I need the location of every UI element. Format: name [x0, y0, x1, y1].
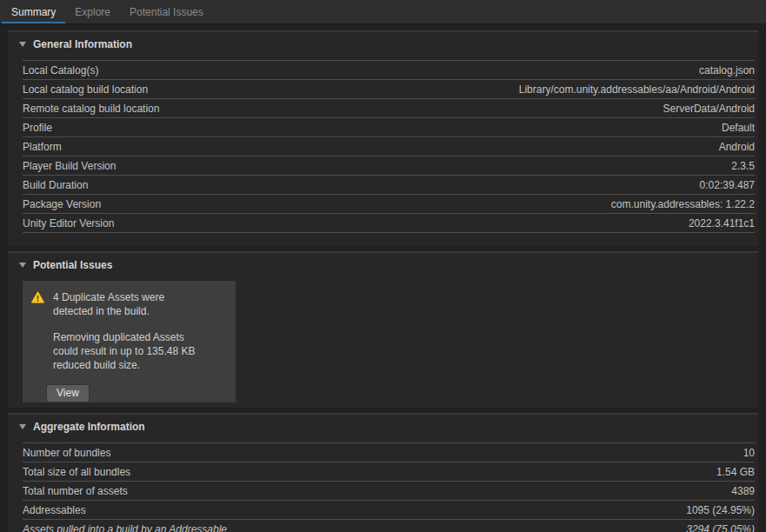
table-row: Unity Editor Version2022.3.41f1c1 [23, 213, 755, 232]
collapse-triangle-icon [19, 424, 26, 429]
table-row: Number of bundles10 [23, 442, 755, 462]
row-label: Build Duration [23, 179, 88, 191]
potential-issues-header[interactable]: Potential Issues [8, 253, 758, 281]
collapse-triangle-icon [19, 263, 26, 268]
row-value: com.unity.addressables: 1.22.2 [611, 198, 755, 210]
section-title: General Information [33, 38, 132, 50]
table-row: Build Duration0:02:39.487 [23, 175, 755, 194]
general-information-table: Local Catalog(s)catalog.jsonLocal catalo… [23, 60, 755, 233]
warning-message-line1: 4 Duplicate Assets were detected in the … [53, 290, 164, 318]
general-information-header[interactable]: General Information [8, 32, 758, 60]
row-value: 1095 (24.95%) [686, 504, 755, 516]
row-label: Profile [23, 122, 52, 134]
row-value: Android [719, 141, 755, 153]
table-row: PlatformAndroid [23, 136, 755, 156]
row-label: Addressables [23, 504, 86, 516]
table-row: Package Versioncom.unity.addressables: 1… [23, 194, 755, 213]
row-value: 2.3.5 [731, 160, 755, 172]
section-potential-issues: Potential Issues 4 Duplicate Assets were… [8, 251, 758, 408]
section-aggregate-information: Aggregate Information Number of bundles1… [8, 413, 758, 532]
table-row: Total number of assets4389 [23, 481, 755, 500]
row-label: Local catalog build location [23, 83, 148, 96]
tab-potential-issues[interactable]: Potential Issues [120, 0, 213, 23]
section-general-information: General Information Local Catalog(s)cata… [8, 30, 758, 246]
row-value: ServerData/Android [663, 103, 755, 115]
aggregate-information-table: Number of bundles10Total size of all bun… [23, 442, 755, 532]
row-value: 1.54 GB [716, 466, 755, 478]
table-row: Total size of all bundles1.54 GB [23, 462, 755, 481]
table-row: Assets pulled into a build by an Address… [23, 519, 755, 532]
aggregate-information-header[interactable]: Aggregate Information [8, 415, 758, 442]
table-row: Local Catalog(s)catalog.json [23, 60, 755, 79]
table-row: Player Build Version2.3.5 [23, 156, 755, 175]
collapse-triangle-icon [19, 42, 26, 47]
table-row: Local catalog build locationLibrary/com.… [23, 79, 755, 98]
row-label: Total number of assets [23, 485, 128, 497]
row-value: 4389 [731, 485, 755, 497]
duplicate-assets-warning-card: 4 Duplicate Assets were detected in the … [23, 281, 236, 402]
section-title: Aggregate Information [33, 421, 145, 433]
row-label: Assets pulled into a build by an Address… [23, 523, 227, 532]
warning-triangle-icon [31, 291, 44, 303]
row-value: 0:02:39.487 [700, 179, 755, 191]
section-title: Potential Issues [33, 259, 112, 271]
row-label: Remote catalog build location [23, 103, 159, 115]
table-row: Remote catalog build locationServerData/… [23, 98, 755, 117]
table-row: ProfileDefault [23, 117, 755, 136]
row-value: catalog.json [699, 64, 755, 76]
row-value: 10 [743, 447, 755, 459]
row-label: Platform [23, 141, 62, 153]
tab-explore[interactable]: Explore [65, 0, 120, 23]
row-value: Library/com.unity.addressables/aa/Androi… [519, 83, 755, 96]
row-label: Number of bundles [23, 447, 110, 459]
tab-bar: Summary Explore Potential Issues [0, 0, 766, 24]
row-value: Default [722, 122, 755, 134]
row-label: Player Build Version [23, 160, 116, 172]
row-label: Local Catalog(s) [23, 64, 98, 76]
row-value: 3294 (75.05%) [686, 523, 755, 532]
warning-message-line2: Removing duplicated Assets could result … [53, 330, 227, 372]
row-label: Package Version [23, 198, 101, 210]
view-button[interactable]: View [46, 384, 90, 402]
tab-summary[interactable]: Summary [2, 0, 65, 23]
row-label: Unity Editor Version [23, 217, 114, 229]
row-value: 2022.3.41f1c1 [689, 217, 755, 229]
table-row: Addressables1095 (24.95%) [23, 500, 755, 519]
summary-content: General Information Local Catalog(s)cata… [0, 24, 766, 532]
row-label: Total size of all bundles [23, 466, 130, 478]
